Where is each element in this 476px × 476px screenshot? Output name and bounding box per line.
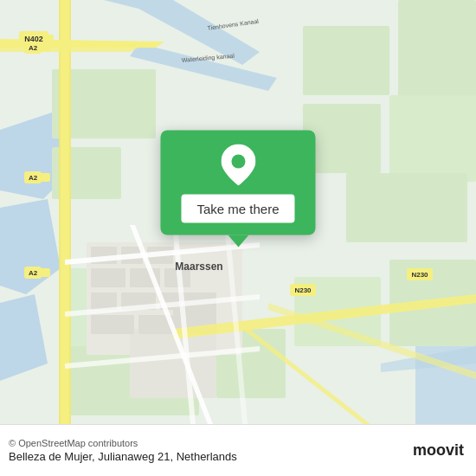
svg-text:Maarssen: Maarssen xyxy=(175,261,222,273)
map-container: N402 A2 A2 A2 N230 N230 Maarssen Tienhov… xyxy=(0,0,476,424)
svg-text:A2: A2 xyxy=(29,44,38,52)
svg-text:A2: A2 xyxy=(29,269,38,277)
svg-text:N230: N230 xyxy=(294,286,312,294)
svg-point-46 xyxy=(231,155,245,169)
svg-rect-7 xyxy=(346,173,467,242)
footer-left: © OpenStreetMap contributors Belleza de … xyxy=(9,438,237,463)
take-me-there-button[interactable]: Take me there xyxy=(181,195,294,223)
moovit-logo: moovit xyxy=(413,441,464,460)
svg-rect-21 xyxy=(91,293,117,310)
popup-tail xyxy=(228,235,248,248)
location-pin-icon xyxy=(221,145,255,186)
svg-text:N230: N230 xyxy=(411,271,428,279)
svg-rect-3 xyxy=(303,26,389,95)
moovit-brand-text: moovit xyxy=(413,441,464,460)
footer-bar: © OpenStreetMap contributors Belleza de … xyxy=(0,424,476,476)
location-popup: Take me there xyxy=(160,131,315,248)
svg-rect-18 xyxy=(91,268,125,287)
copyright-text: © OpenStreetMap contributors xyxy=(9,438,237,448)
svg-text:A2: A2 xyxy=(29,174,38,182)
svg-rect-24 xyxy=(91,315,134,334)
svg-rect-6 xyxy=(389,95,476,182)
popup-card: Take me there xyxy=(160,131,315,235)
location-name: Belleza de Mujer, Julianaweg 21, Netherl… xyxy=(9,450,237,463)
svg-rect-4 xyxy=(398,0,476,104)
